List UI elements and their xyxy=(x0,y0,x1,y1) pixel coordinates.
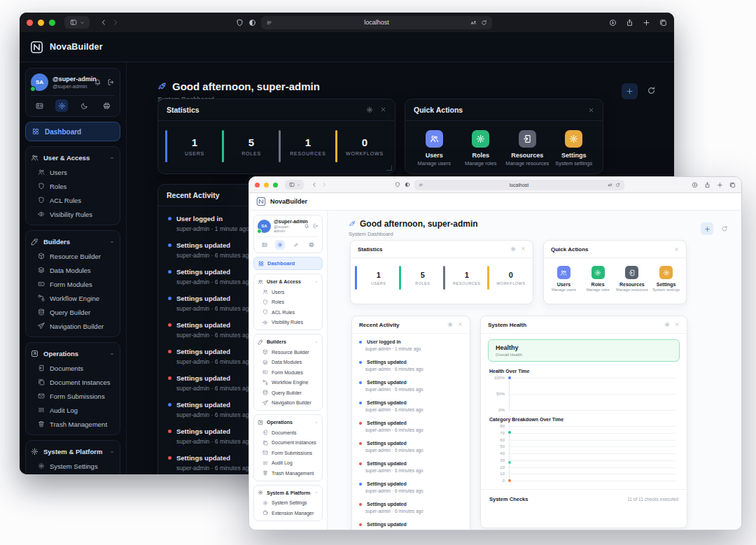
theme-toggle-button[interactable] xyxy=(78,99,90,112)
print-button[interactable] xyxy=(307,240,316,250)
logout-button[interactable] xyxy=(107,78,115,86)
refresh-button[interactable] xyxy=(647,86,656,95)
notifications-button[interactable] xyxy=(94,78,102,86)
widget-close-button[interactable] xyxy=(675,322,680,327)
refresh-button[interactable] xyxy=(721,225,728,232)
sidebar-item[interactable]: Resource Builder xyxy=(31,249,115,263)
tab-overview-button[interactable] xyxy=(729,182,736,188)
traffic-light-zoom[interactable] xyxy=(273,183,278,187)
share-button[interactable] xyxy=(626,19,634,27)
nav-section-header[interactable]: System & Platform xyxy=(258,488,318,498)
layout-button[interactable] xyxy=(33,99,46,112)
sidebar-item[interactable]: Users xyxy=(258,287,318,297)
sidebar-item[interactable]: Query Builder xyxy=(258,388,318,398)
back-button[interactable] xyxy=(312,182,317,187)
sidebar-item[interactable]: Navigation Builder xyxy=(258,398,318,409)
sidebar-item[interactable]: Documents xyxy=(258,427,318,438)
sidebar-item[interactable]: Document Instances xyxy=(258,438,318,448)
add-widget-button[interactable] xyxy=(701,222,713,235)
sidebar-item[interactable]: Roles xyxy=(258,297,318,308)
nav-section-header[interactable]: Operations xyxy=(31,346,115,361)
quick-action-resources[interactable]: ResourcesManage resources xyxy=(615,266,650,292)
quick-action-users[interactable]: UsersManage users xyxy=(411,130,458,167)
widget-close-button[interactable] xyxy=(380,106,386,113)
sidebar-item[interactable]: Form Submissions xyxy=(31,389,115,403)
widget-settings-button[interactable] xyxy=(664,322,670,327)
widget-close-button[interactable] xyxy=(458,322,463,327)
url-field[interactable]: localhost xyxy=(414,180,624,190)
sidebar-item[interactable]: Query Builder xyxy=(31,305,115,319)
print-button[interactable] xyxy=(100,99,113,112)
sidebar-toggle-button[interactable] xyxy=(285,180,304,190)
traffic-light-close[interactable] xyxy=(255,183,260,187)
sidebar-item[interactable]: Resource Builder xyxy=(258,347,318,358)
widget-close-button[interactable] xyxy=(674,247,679,252)
sidebar-item[interactable]: System Settings xyxy=(258,498,318,509)
nav-section-header[interactable]: User & Access xyxy=(258,276,318,287)
layout-button[interactable] xyxy=(260,240,270,250)
traffic-light-close[interactable] xyxy=(27,20,33,26)
quick-action-settings[interactable]: SettingsSystem settings xyxy=(551,130,598,167)
widget-close-button[interactable] xyxy=(521,246,526,252)
privacy-shield-icon[interactable] xyxy=(395,182,400,187)
sidebar-item[interactable]: Visibility Rules xyxy=(258,318,318,328)
privacy-shield-icon[interactable] xyxy=(236,19,244,27)
sidebar-item[interactable]: Audit Log xyxy=(31,403,115,417)
theme-toggle-button[interactable] xyxy=(291,240,301,250)
nav-section-header[interactable]: System & Platform xyxy=(31,444,115,459)
quick-action-settings[interactable]: SettingsSystem settings xyxy=(649,266,683,292)
quick-action-resources[interactable]: ResourcesManage resources xyxy=(504,130,551,167)
sidebar-item[interactable]: Navigation Builder xyxy=(31,319,115,333)
nav-section-header[interactable]: Builders xyxy=(31,234,115,249)
widget-close-button[interactable] xyxy=(588,107,594,113)
sidebar-item[interactable]: Extension Manager xyxy=(31,473,115,474)
reload-button[interactable] xyxy=(615,183,620,187)
share-button[interactable] xyxy=(704,182,710,188)
back-button[interactable] xyxy=(100,19,107,26)
sidebar-item[interactable]: Form Submissions xyxy=(258,448,318,458)
settings-quick-button[interactable] xyxy=(55,99,68,112)
logout-button[interactable] xyxy=(313,223,318,229)
sidebar-item[interactable]: Trash Management xyxy=(258,468,318,479)
forward-button[interactable] xyxy=(321,182,327,187)
contrast-icon[interactable] xyxy=(248,19,256,27)
translate-icon[interactable] xyxy=(608,183,612,187)
traffic-light-zoom[interactable] xyxy=(49,20,55,26)
resize-handle[interactable] xyxy=(386,165,392,171)
nav-section-header[interactable]: Operations xyxy=(258,417,318,427)
sidebar-item[interactable]: ACL Rules xyxy=(258,307,318,318)
sidebar-item-dashboard[interactable]: Dashboard xyxy=(25,122,120,141)
sidebar-toggle-button[interactable] xyxy=(64,16,90,29)
translate-icon[interactable] xyxy=(470,20,477,26)
tab-overview-button[interactable] xyxy=(659,19,667,27)
quick-action-roles[interactable]: RolesManage roles xyxy=(581,266,615,292)
notifications-button[interactable] xyxy=(304,223,309,229)
sidebar-item[interactable]: Form Modules xyxy=(31,277,115,291)
sidebar-item[interactable]: Extension Manager xyxy=(258,508,318,518)
forward-button[interactable] xyxy=(112,19,119,26)
quick-action-users[interactable]: UsersManage users xyxy=(547,266,581,292)
reload-button[interactable] xyxy=(481,20,487,26)
sidebar-item[interactable]: Document Instances xyxy=(31,375,115,389)
sidebar-item[interactable]: Data Modules xyxy=(31,263,115,277)
sidebar-item[interactable]: Audit Log xyxy=(258,458,318,469)
settings-quick-button[interactable] xyxy=(275,240,285,250)
sidebar-item[interactable]: ACL Rules xyxy=(31,193,115,207)
widget-settings-button[interactable] xyxy=(510,246,516,252)
sidebar-item[interactable]: Data Modules xyxy=(258,358,318,368)
sidebar-item[interactable]: Workflow Engine xyxy=(258,378,318,388)
sidebar-item[interactable]: Documents xyxy=(31,361,115,375)
url-field[interactable]: localhost xyxy=(261,16,492,29)
nav-section-header[interactable]: Builders xyxy=(258,337,318,347)
traffic-light-minimize[interactable] xyxy=(38,20,44,26)
contrast-icon[interactable] xyxy=(405,182,410,187)
sidebar-item[interactable]: Form Modules xyxy=(258,367,318,378)
sidebar-item[interactable]: System Settings xyxy=(31,459,115,473)
new-tab-button[interactable] xyxy=(717,182,723,188)
downloads-button[interactable] xyxy=(692,182,698,188)
sidebar-item[interactable]: Visibility Rules xyxy=(31,207,115,221)
sidebar-item-dashboard[interactable]: Dashboard xyxy=(253,257,323,270)
sidebar-item[interactable]: Trash Management xyxy=(31,417,115,431)
add-widget-button[interactable] xyxy=(622,83,638,99)
sidebar-item[interactable]: Roles xyxy=(31,179,115,193)
